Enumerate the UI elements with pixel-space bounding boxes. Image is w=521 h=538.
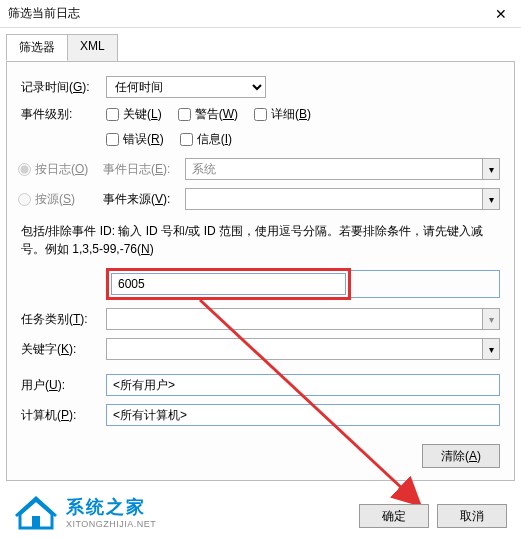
chk-verbose[interactable]: 详细(B) <box>254 106 311 123</box>
keywords-dropdown-icon[interactable]: ▾ <box>482 338 500 360</box>
window-title: 筛选当前日志 <box>8 5 80 22</box>
close-icon[interactable]: ✕ <box>489 4 513 24</box>
source-select[interactable] <box>185 188 483 210</box>
radio-bylog: 按日志(O) <box>18 161 103 178</box>
user-input[interactable] <box>106 374 500 396</box>
chk-info[interactable]: 信息(I) <box>180 131 232 148</box>
help-text: 包括/排除事件 ID: 输入 ID 号和/或 ID 范围，使用逗号分隔。若要排除… <box>21 222 500 258</box>
label-source: 事件来源(V): <box>103 191 185 208</box>
label-eventlog: 事件日志(E): <box>103 161 185 178</box>
ok-button[interactable]: 确定 <box>359 504 429 528</box>
keywords-select[interactable] <box>106 338 483 360</box>
watermark-logo: 系统之家 XITONGZHIJIA.NET <box>14 494 156 530</box>
cancel-button[interactable]: 取消 <box>437 504 507 528</box>
tab-filter[interactable]: 筛选器 <box>6 34 68 61</box>
taskcat-dropdown-icon: ▾ <box>482 308 500 330</box>
logo-subtitle: XITONGZHIJIA.NET <box>66 519 156 529</box>
source-dropdown-icon[interactable]: ▾ <box>482 188 500 210</box>
chk-error[interactable]: 错误(R) <box>106 131 164 148</box>
logo-title: 系统之家 <box>66 495 156 519</box>
label-level: 事件级别: <box>21 106 106 123</box>
clear-button[interactable]: 清除(A) <box>422 444 500 468</box>
house-icon <box>14 494 58 530</box>
svg-rect-1 <box>32 516 40 528</box>
eventid-input[interactable] <box>111 273 346 295</box>
label-user: 用户(U): <box>21 377 106 394</box>
chk-critical[interactable]: 关键(L) <box>106 106 162 123</box>
chk-warning[interactable]: 警告(W) <box>178 106 238 123</box>
highlight-box <box>106 268 351 300</box>
label-logged: 记录时间(G): <box>21 79 106 96</box>
label-keywords: 关键字(K): <box>21 341 106 358</box>
logged-select[interactable]: 任何时间 <box>106 76 266 98</box>
computer-input[interactable] <box>106 404 500 426</box>
label-taskcat: 任务类别(T): <box>21 311 106 328</box>
eventlog-select: 系统 <box>185 158 483 180</box>
taskcat-select <box>106 308 483 330</box>
label-computer: 计算机(P): <box>21 407 106 424</box>
tab-xml[interactable]: XML <box>67 34 118 61</box>
radio-bysource: 按源(S) <box>18 191 103 208</box>
eventlog-dropdown-icon: ▾ <box>482 158 500 180</box>
eventid-input-ext[interactable] <box>351 270 500 298</box>
